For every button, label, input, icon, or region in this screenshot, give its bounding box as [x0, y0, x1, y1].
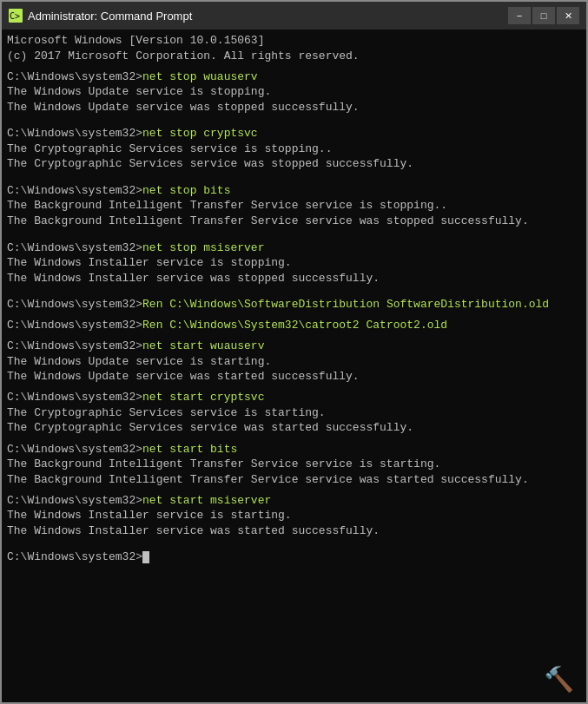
cursor	[142, 551, 149, 563]
terminal-line: The Background Intelligent Transfer Serv…	[7, 472, 581, 488]
svg-text:C>: C>	[10, 11, 20, 21]
terminal-line: C:\Windows\system32>Ren C:\Windows\Syste…	[7, 318, 581, 333]
terminal-line: The Background Intelligent Transfer Serv…	[7, 457, 581, 472]
terminal-line: The Windows Installer service was starte…	[7, 523, 581, 539]
terminal-line: The Background Intelligent Transfer Serv…	[7, 214, 581, 229]
minimize-button[interactable]: −	[508, 7, 531, 24]
prompt-text: C:\Windows\system32>	[7, 391, 142, 404]
command-text: Ren C:\Windows\SoftwareDistribution Soft…	[142, 298, 549, 311]
prompt-text: C:\Windows\system32>	[7, 127, 142, 140]
command-text: net start wuauserv	[142, 339, 264, 352]
command-text: net stop bits	[142, 184, 230, 197]
window-title: Administrator: Command Prompt	[28, 10, 508, 23]
cmd-icon: C>	[9, 9, 23, 23]
hammer-icon: 🔨	[544, 665, 574, 694]
title-bar: C> Administrator: Command Prompt − □ ✕	[2, 2, 586, 30]
prompt-text: C:\Windows\system32>	[7, 70, 142, 83]
terminal-line: C:\Windows\system32>	[7, 549, 581, 565]
terminal-content: Microsoft Windows [Version 10.0.15063](c…	[7, 33, 581, 565]
command-text: net start cryptsvc	[142, 391, 264, 404]
prompt-text: C:\Windows\system32>	[7, 494, 142, 507]
prompt-text: C:\Windows\system32>	[7, 184, 142, 197]
terminal-line: The Cryptographic Services service was s…	[7, 156, 581, 172]
terminal-line: C:\Windows\system32>net stop msiserver	[7, 240, 581, 256]
terminal-line: The Windows Update service is stopping.	[7, 84, 581, 100]
terminal-line: C:\Windows\system32>net start msiserver	[7, 493, 581, 509]
terminal-line: The Windows Installer service is startin…	[7, 508, 581, 523]
terminal-line: The Cryptographic Services service is st…	[7, 405, 581, 421]
close-button[interactable]: ✕	[557, 7, 579, 24]
prompt-text: C:\Windows\system32>	[7, 339, 142, 352]
terminal-line: The Windows Installer service was stoppe…	[7, 271, 581, 286]
terminal-line: The Background Intelligent Transfer Serv…	[7, 198, 581, 214]
terminal-line: C:\Windows\system32>net stop cryptsvc	[7, 126, 581, 141]
command-text: net stop wuauserv	[142, 70, 258, 83]
terminal-line: C:\Windows\system32>net start cryptsvc	[7, 390, 581, 405]
terminal-line: Microsoft Windows [Version 10.0.15063]	[7, 33, 581, 49]
cmd-window: C> Administrator: Command Prompt − □ ✕ M…	[0, 0, 588, 704]
terminal-line: The Cryptographic Services service is st…	[7, 141, 581, 157]
terminal-line: C:\Windows\system32>net start wuauserv	[7, 339, 581, 354]
terminal-body[interactable]: Microsoft Windows [Version 10.0.15063](c…	[2, 30, 586, 702]
terminal-line: C:\Windows\system32>Ren C:\Windows\Softw…	[7, 297, 581, 313]
prompt-text: C:\Windows\system32>	[7, 550, 142, 563]
terminal-line: C:\Windows\system32>net stop wuauserv	[7, 69, 581, 85]
terminal-line: The Windows Update service was stopped s…	[7, 100, 581, 115]
command-text: Ren C:\Windows\System32\catroot2 Catroot…	[142, 319, 447, 332]
command-text: net stop cryptsvc	[142, 127, 258, 140]
prompt-text: C:\Windows\system32>	[7, 319, 142, 332]
command-text: net stop msiserver	[142, 241, 264, 254]
terminal-line: The Windows Update service was started s…	[7, 369, 581, 385]
prompt-text: C:\Windows\system32>	[7, 241, 142, 254]
terminal-line: The Windows Installer service is stoppin…	[7, 255, 581, 271]
command-text: net start bits	[142, 443, 237, 456]
terminal-line: The Cryptographic Services service was s…	[7, 420, 581, 436]
terminal-line: (c) 2017 Microsoft Corporation. All righ…	[7, 49, 581, 64]
command-text: net start msiserver	[142, 494, 271, 507]
terminal-line: C:\Windows\system32>net start bits	[7, 442, 581, 457]
window-controls: − □ ✕	[508, 7, 579, 24]
maximize-button[interactable]: □	[532, 7, 555, 24]
prompt-text: C:\Windows\system32>	[7, 298, 142, 311]
terminal-line: The Windows Update service is starting.	[7, 354, 581, 370]
prompt-text: C:\Windows\system32>	[7, 443, 142, 456]
terminal-line: C:\Windows\system32>net stop bits	[7, 183, 581, 199]
